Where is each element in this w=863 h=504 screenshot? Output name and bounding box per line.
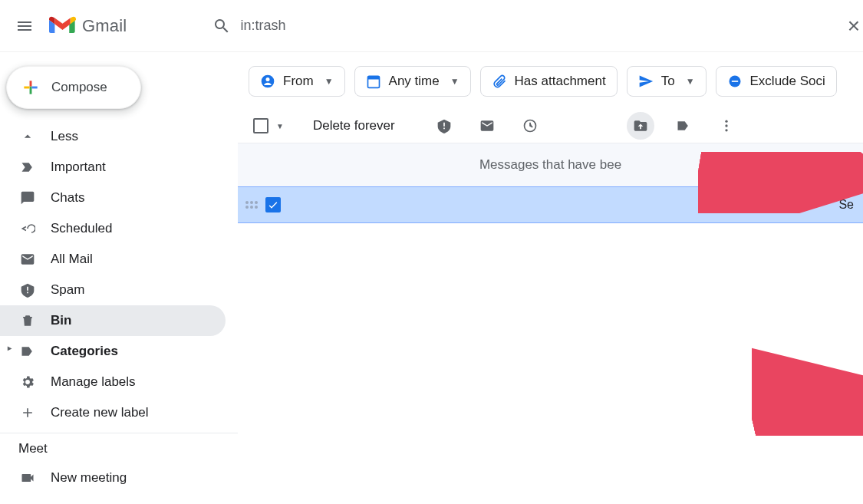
sidebar-item-all-mail[interactable]: All Mail <box>0 244 226 275</box>
plus-icon <box>18 404 37 422</box>
sidebar-item-new-meeting[interactable]: New meeting <box>0 463 226 493</box>
move-to-button[interactable] <box>627 112 654 140</box>
svg-point-7 <box>725 120 727 123</box>
close-icon[interactable]: × <box>848 14 860 38</box>
sidebar-item-label: New meeting <box>51 470 127 486</box>
content: From ▼ Any time ▼ Has attachment To ▼ Ex… <box>238 52 863 504</box>
categories-icon: ▸ <box>18 342 37 361</box>
video-icon <box>18 469 37 487</box>
sidebar-item-important[interactable]: Important <box>0 152 226 183</box>
filter-has-attachment[interactable]: Has attachment <box>480 66 618 97</box>
chevron-up-icon <box>18 127 37 146</box>
sidebar-item-chats[interactable]: Chats <box>0 183 226 213</box>
mark-as-read-button[interactable] <box>473 112 501 140</box>
chip-label: Any time <box>389 74 440 89</box>
trash-notice-text: Messages that have bee <box>479 157 621 172</box>
sidebar-item-label: Manage labels <box>51 374 136 390</box>
gear-icon <box>18 373 37 391</box>
sidebar-item-less[interactable]: Less <box>0 121 226 152</box>
labels-button[interactable] <box>670 112 697 140</box>
compose-button[interactable]: Compose <box>6 66 141 109</box>
sidebar-item-label: Categories <box>51 344 118 359</box>
scheduled-icon <box>18 219 37 238</box>
sidebar-item-label: Create new label <box>51 405 149 420</box>
trash-notice-fragment: w <box>851 157 860 173</box>
chip-label: Has attachment <box>515 74 606 89</box>
spam-icon <box>18 281 37 299</box>
gmail-logo: Gmail <box>49 15 127 36</box>
gmail-logo-text: Gmail <box>82 16 127 36</box>
svg-rect-3 <box>367 76 379 79</box>
search-query: in:trash <box>240 18 285 34</box>
drag-handle-icon[interactable] <box>245 201 259 209</box>
annotation-arrow-2 <box>752 344 863 436</box>
sidebar-item-categories[interactable]: ▸ Categories <box>0 336 226 367</box>
plus-icon <box>21 77 41 97</box>
sidebar-item-create-label[interactable]: Create new label <box>0 397 226 428</box>
filter-to[interactable]: To ▼ <box>627 66 707 97</box>
chip-label: To <box>661 74 675 89</box>
sidebar-item-label: Bin <box>51 313 71 328</box>
sidebar-item-bin[interactable]: Bin <box>0 305 226 336</box>
sidebar-item-manage-labels[interactable]: Manage labels <box>0 367 226 397</box>
meet-section-header: Meet <box>0 433 238 463</box>
email-checkbox[interactable] <box>265 197 281 212</box>
trash-notice: Messages that have bee w <box>238 143 863 186</box>
sidebar-item-label: All Mail <box>51 252 93 267</box>
gmail-icon <box>49 15 76 36</box>
sidebar-item-scheduled[interactable]: Scheduled <box>0 213 226 244</box>
email-row[interactable]: Se <box>238 186 863 223</box>
person-icon <box>260 74 275 89</box>
chevron-down-icon: ▼ <box>686 76 695 87</box>
chip-label: From <box>283 74 314 89</box>
compose-label: Compose <box>51 80 107 95</box>
sidebar-item-spam[interactable]: Spam <box>0 275 226 305</box>
sidebar-item-label: Less <box>51 129 78 144</box>
select-all-checkbox[interactable] <box>253 118 268 133</box>
delete-forever-button[interactable]: Delete forever <box>304 118 404 133</box>
mail-icon <box>18 250 37 268</box>
minus-circle-icon <box>727 74 743 89</box>
search-bar[interactable]: in:trash × <box>203 8 863 44</box>
filter-from[interactable]: From ▼ <box>249 66 345 97</box>
calendar-icon <box>366 74 381 89</box>
send-icon <box>638 74 654 89</box>
report-spam-button[interactable] <box>430 112 458 140</box>
main-menu-button[interactable] <box>6 8 43 44</box>
snooze-button[interactable] <box>516 112 544 140</box>
search-icon[interactable] <box>203 8 240 44</box>
hamburger-icon <box>15 17 34 35</box>
sidebar: Compose Less Important Chats Scheduled A… <box>0 52 238 504</box>
more-button[interactable] <box>713 112 740 140</box>
svg-point-1 <box>266 77 270 81</box>
svg-point-8 <box>725 124 727 127</box>
chevron-down-icon: ▼ <box>324 76 334 87</box>
email-subject-fragment: Se <box>838 198 854 212</box>
filter-chips: From ▼ Any time ▼ Has attachment To ▼ Ex… <box>238 66 863 97</box>
main: Compose Less Important Chats Scheduled A… <box>0 52 863 504</box>
chevron-down-icon[interactable]: ▼ <box>276 122 284 130</box>
chip-label: Exclude Soci <box>750 74 825 89</box>
header: Gmail in:trash × <box>0 0 863 52</box>
sidebar-item-label: Spam <box>51 282 84 298</box>
sidebar-item-label: Important <box>51 160 106 175</box>
filter-any-time[interactable]: Any time ▼ <box>354 66 471 97</box>
sidebar-item-label: Chats <box>51 190 84 206</box>
trash-icon <box>18 311 37 330</box>
important-icon <box>18 158 37 176</box>
toolbar: ▼ Delete forever <box>238 107 863 144</box>
nav: Less Important Chats Scheduled All Mail … <box>0 120 238 430</box>
chevron-down-icon: ▼ <box>450 76 459 87</box>
svg-point-9 <box>725 129 727 131</box>
attachment-icon <box>492 74 507 89</box>
sidebar-item-label: Scheduled <box>51 221 112 236</box>
filter-exclude[interactable]: Exclude Soci <box>716 66 837 97</box>
svg-rect-5 <box>731 81 737 82</box>
chat-icon <box>18 189 37 207</box>
